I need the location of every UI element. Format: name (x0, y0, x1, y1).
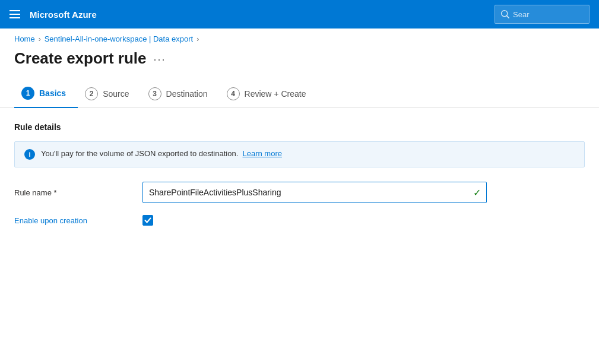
tab-destination-num: 3 (148, 87, 161, 100)
search-icon (501, 10, 509, 18)
tab-review-create[interactable]: 4 Review + Create (220, 80, 318, 107)
main-content: Home › Sentinel-All-in-one-workspace | D… (0, 29, 599, 364)
hamburger-menu[interactable] (9, 10, 20, 18)
topbar-left: Microsoft Azure (9, 10, 97, 20)
tab-source-label: Source (103, 89, 129, 99)
page-title: Create export rule (14, 49, 147, 68)
breadcrumb-sep-1: › (39, 35, 41, 43)
rule-name-label: Rule name * (14, 188, 133, 197)
tab-review-num: 4 (227, 87, 240, 100)
search-box[interactable] (495, 5, 590, 24)
info-text: You'll pay for the volume of JSON export… (41, 149, 282, 158)
tab-source-num: 2 (85, 87, 98, 100)
breadcrumb-home[interactable]: Home (14, 34, 35, 43)
topbar: Microsoft Azure (0, 0, 599, 29)
tab-destination-label: Destination (166, 89, 208, 99)
tab-basics-label: Basics (39, 88, 66, 98)
page-title-row: Create export rule ··· (0, 47, 599, 80)
checkbox-check-icon (144, 217, 151, 224)
brand-name: Microsoft Azure (30, 10, 97, 20)
enable-creation-row: Enable upon creation (14, 215, 585, 226)
rule-name-input[interactable] (142, 182, 487, 203)
rule-name-input-wrapper: ✓ (142, 182, 487, 203)
rule-name-row: Rule name * ✓ (14, 182, 585, 203)
tab-basics-num: 1 (21, 87, 34, 100)
more-options-button[interactable]: ··· (154, 53, 166, 66)
tab-source[interactable]: 2 Source (78, 80, 141, 107)
check-icon: ✓ (473, 187, 481, 198)
enable-creation-checkbox[interactable] (142, 215, 153, 226)
info-box: i You'll pay for the volume of JSON expo… (14, 141, 585, 167)
wizard-tabs: 1 Basics 2 Source 3 Destination 4 Review… (0, 80, 599, 108)
search-input[interactable] (513, 10, 572, 19)
breadcrumb: Home › Sentinel-All-in-one-workspace | D… (0, 29, 599, 47)
enable-creation-label: Enable upon creation (14, 216, 133, 225)
rule-details-section: Rule details i You'll pay for the volume… (0, 122, 599, 247)
learn-more-link[interactable]: Learn more (242, 149, 281, 158)
info-icon: i (24, 149, 35, 160)
breadcrumb-workspace[interactable]: Sentinel-All-in-one-workspace | Data exp… (45, 34, 194, 43)
tab-review-label: Review + Create (245, 89, 306, 99)
tab-basics[interactable]: 1 Basics (14, 80, 78, 108)
section-title: Rule details (14, 122, 585, 132)
tab-destination[interactable]: 3 Destination (141, 80, 220, 107)
breadcrumb-sep-2: › (197, 35, 199, 43)
